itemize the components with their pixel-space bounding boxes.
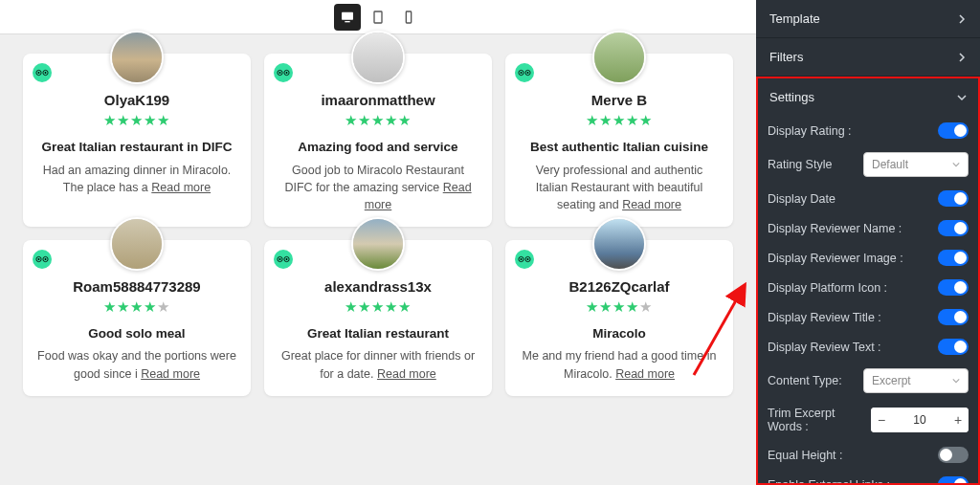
read-more-link[interactable]: Read more	[151, 181, 211, 194]
display-rating-label: Display Rating :	[768, 124, 852, 138]
review-title: Great Italian restaurant in DIFC	[36, 139, 237, 156]
review-title: Good solo meal	[36, 325, 237, 342]
review-card: B2126ZQcarlaf ★★★★★ Miracolo Me and my f…	[505, 240, 733, 396]
equal-height-toggle[interactable]	[938, 447, 969, 463]
read-more-link[interactable]: Read more	[615, 367, 675, 381]
review-title: Great Italian restaurant	[278, 325, 479, 342]
chevron-down-icon	[952, 377, 960, 385]
display-date-label: Display Date	[768, 192, 835, 206]
rating-stars: ★★★★★	[36, 112, 237, 129]
display-platform-icon-label: Display Platform Icon :	[768, 281, 887, 295]
review-card: alexandrass13x ★★★★★ Great Italian resta…	[264, 240, 492, 396]
display-reviewer-name-label: Display Reviewer Name :	[768, 222, 902, 235]
reviewer-name: B2126ZQcarlaf	[519, 278, 720, 295]
chevron-right-icon	[957, 14, 967, 24]
tripadvisor-icon	[274, 250, 293, 269]
svg-point-10	[279, 72, 281, 74]
review-excerpt: Me and my friend had a good time in Mira…	[519, 347, 720, 382]
svg-point-11	[286, 72, 288, 74]
display-reviewer-image-toggle[interactable]	[938, 250, 969, 266]
rating-style-label: Rating Style	[768, 158, 832, 171]
chevron-down-icon	[957, 93, 967, 102]
chevron-right-icon	[957, 53, 967, 62]
svg-point-23	[286, 258, 288, 260]
display-review-text-label: Display Review Text :	[768, 341, 881, 354]
review-card: OlyaK199 ★★★★★ Great Italian restaurant …	[23, 54, 251, 227]
review-excerpt: Good job to Miracolo Restaurant DIFC for…	[278, 162, 479, 213]
rating-stars: ★★★★★	[519, 298, 720, 316]
svg-point-19	[45, 258, 47, 260]
content-type-label: Content Type:	[768, 374, 842, 387]
svg-point-6	[38, 72, 40, 74]
rating-stars: ★★★★★	[278, 112, 479, 129]
enable-external-links-toggle[interactable]	[938, 476, 969, 485]
display-platform-icon-toggle[interactable]	[938, 279, 969, 296]
tripadvisor-icon	[33, 63, 52, 82]
svg-point-15	[527, 72, 529, 74]
tripadvisor-icon	[515, 63, 534, 82]
panel-filters[interactable]: Filters	[756, 38, 980, 77]
svg-rect-0	[342, 11, 353, 19]
tripadvisor-icon	[274, 63, 293, 82]
device-toolbar	[0, 0, 756, 34]
read-more-link[interactable]: Read more	[377, 367, 436, 381]
rating-stars: ★★★★★	[519, 112, 720, 129]
svg-point-14	[521, 72, 523, 74]
stepper-plus-button[interactable]: +	[947, 408, 969, 432]
equal-height-label: Equal Height :	[768, 449, 843, 462]
canvas-main: OlyaK199 ★★★★★ Great Italian restaurant …	[0, 0, 756, 485]
stepper-minus-button[interactable]: −	[871, 408, 892, 432]
review-excerpt: Great place for dinner with friends or f…	[278, 347, 479, 382]
svg-point-22	[279, 258, 281, 260]
review-excerpt: Had an amazing dinner in Miracolo. The p…	[36, 162, 237, 196]
svg-rect-3	[406, 11, 411, 23]
reviewer-avatar	[592, 217, 646, 271]
settings-header[interactable]: Settings	[768, 84, 969, 116]
svg-point-18	[38, 258, 40, 260]
device-tablet-button[interactable]	[365, 4, 391, 31]
display-review-title-toggle[interactable]	[938, 309, 969, 325]
device-mobile-button[interactable]	[395, 4, 422, 31]
chevron-down-icon	[952, 161, 960, 168]
content-type-select[interactable]: Excerpt	[863, 368, 969, 393]
display-date-toggle[interactable]	[938, 190, 969, 207]
panel-template[interactable]: Template	[756, 0, 980, 38]
reviewer-name: alexandrass13x	[278, 278, 479, 295]
trim-excerpt-input[interactable]	[892, 413, 947, 427]
tripadvisor-icon	[515, 250, 534, 269]
read-more-link[interactable]: Read more	[141, 367, 200, 381]
rating-stars: ★★★★★	[36, 298, 237, 316]
reviews-grid: OlyaK199 ★★★★★ Great Italian restaurant …	[0, 34, 756, 408]
svg-point-27	[527, 258, 529, 260]
rating-style-select[interactable]: Default	[863, 152, 969, 177]
trim-excerpt-stepper[interactable]: − +	[871, 408, 969, 432]
svg-rect-2	[374, 11, 382, 23]
display-rating-toggle[interactable]	[938, 122, 969, 139]
review-title: Miracolo	[519, 325, 720, 342]
display-reviewer-name-toggle[interactable]	[938, 220, 969, 236]
svg-rect-1	[345, 21, 349, 22]
review-excerpt: Very professional and authentic Italian …	[519, 162, 720, 213]
sidebar: Template Filters Settings Display Rating…	[756, 0, 980, 485]
display-reviewer-image-label: Display Reviewer Image :	[768, 252, 903, 265]
review-card: imaaronmatthew ★★★★★ Amazing food and se…	[264, 54, 492, 227]
reviewer-name: Roam58884773289	[36, 278, 237, 295]
review-card: Merve B ★★★★★ Best authentic Italian cui…	[505, 54, 733, 227]
display-review-title-label: Display Review Title :	[768, 311, 881, 324]
display-review-text-toggle[interactable]	[938, 339, 969, 355]
review-card: Roam58884773289 ★★★★★ Good solo meal Foo…	[23, 240, 251, 396]
read-more-link[interactable]: Read more	[622, 198, 681, 211]
reviewer-avatar	[110, 31, 164, 84]
reviewer-avatar	[351, 217, 405, 271]
device-desktop-button[interactable]	[334, 4, 361, 31]
svg-point-26	[521, 258, 523, 260]
panel-settings: Settings Display Rating : Rating StyleDe…	[756, 77, 980, 485]
reviewer-name: OlyaK199	[36, 92, 237, 108]
svg-point-7	[45, 72, 47, 74]
tripadvisor-icon	[33, 250, 52, 269]
rating-stars: ★★★★★	[278, 298, 479, 316]
reviewer-avatar	[592, 31, 646, 84]
trim-excerpt-label: Trim Excerpt Words :	[768, 407, 871, 433]
reviewer-name: Merve B	[519, 92, 720, 108]
reviewer-name: imaaronmatthew	[278, 92, 479, 108]
